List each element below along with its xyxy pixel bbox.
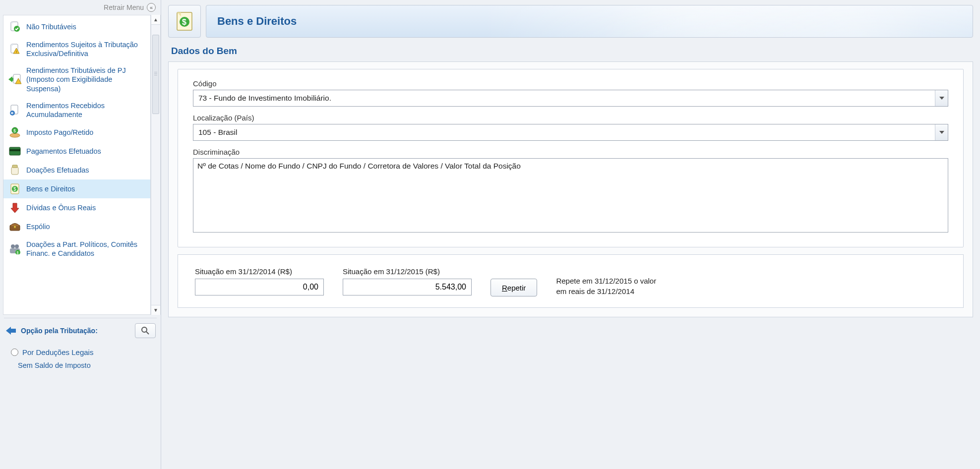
discriminacao-textarea[interactable] [193, 158, 948, 233]
situacao-2014-group: Situação em 31/12/2014 (R$) [195, 267, 324, 295]
sidebar-item-rend-trib-exclusiva[interactable]: ! Rendimentos Sujeitos à Tributação Excl… [3, 36, 150, 62]
search-button[interactable] [135, 323, 156, 338]
sidebar-item-rend-acumulados[interactable]: Rendimentos Recebidos Acumuladamente [3, 97, 150, 123]
repete-text-line2: em reais de 31/12/2014 [556, 287, 634, 295]
chevron-left-double-icon: « [147, 3, 156, 12]
codigo-combobox[interactable]: 73 - Fundo de Investimento Imobiliário. [193, 90, 948, 107]
sidebar: Retrair Menu « Não Tributáveis ! Rendime… [0, 0, 161, 469]
sidebar-item-dividas[interactable]: Dívidas e Ônus Reais [3, 198, 150, 217]
scroll-up-button[interactable]: ▲ [151, 15, 160, 25]
sidebar-item-imposto-pago[interactable]: $ Imposto Pago/Retido [3, 123, 150, 142]
scroll-thumb[interactable] [152, 35, 159, 114]
repetir-rest: epetir [507, 284, 526, 292]
sidebar-item-doacoes[interactable]: Doações Efetuadas [3, 161, 150, 179]
arrow-down-red-icon [8, 202, 21, 213]
collapse-menu-label: Retrair Menu [104, 3, 144, 11]
svg-text:$: $ [17, 251, 19, 254]
sidebar-item-label: Doações Efetuadas [26, 166, 145, 175]
svg-marker-20 [11, 203, 19, 213]
opcao-tributacao-row: Opção pela Tributação: [4, 318, 157, 343]
svg-rect-15 [11, 167, 18, 175]
discriminacao-label: Discriminação [193, 148, 948, 156]
repetir-underline: R [502, 284, 507, 292]
people-money-icon: $ [8, 243, 21, 254]
sidebar-item-pagamentos[interactable]: Pagamentos Efetuados [3, 142, 150, 161]
sidebar-scroll-area: Não Tributáveis ! Rendimentos Sujeitos à… [0, 14, 161, 315]
sidebar-item-rend-trib-pj[interactable]: Rendimentos Tributáveis de PJ (Imposto c… [3, 62, 150, 97]
header-icon-chip: $ [168, 5, 201, 38]
scroll-track[interactable] [151, 25, 160, 305]
sidebar-item-espolio[interactable]: Espólio [3, 217, 150, 236]
repete-text-line1: Repete em 31/12/2015 o valor [556, 277, 656, 285]
radio-deducoes-legais[interactable]: Por Deduções Legais [4, 343, 157, 358]
localizacao-label: Localização (País) [193, 114, 948, 122]
money-document-icon: $ [176, 11, 193, 31]
situacao-2014-label: Situação em 31/12/2014 (R$) [195, 267, 324, 276]
document-warning-icon: ! [8, 44, 21, 55]
sidebar-item-nao-tributaveis[interactable]: Não Tributáveis [3, 17, 150, 36]
svg-marker-28 [6, 327, 16, 335]
jar-icon [8, 165, 21, 176]
svg-text:$: $ [13, 128, 16, 133]
codigo-value: 73 - Fundo de Investimento Imobiliário. [193, 90, 935, 106]
sidebar-item-label: Imposto Pago/Retido [26, 128, 145, 137]
collapse-menu-button[interactable]: Retrair Menu « [0, 0, 161, 14]
radio-input[interactable] [11, 349, 18, 356]
sidebar-item-label: Não Tributáveis [26, 22, 145, 31]
discriminacao-group: Discriminação [193, 148, 948, 234]
sidebar-item-label: Pagamentos Efetuados [26, 147, 145, 156]
sidebar-item-label: Rendimentos Recebidos Acumuladamente [26, 101, 145, 119]
situacao-2014-input[interactable] [195, 279, 324, 295]
situacao-2015-input[interactable] [343, 279, 472, 295]
svg-line-30 [146, 332, 149, 334]
svg-rect-14 [9, 149, 20, 151]
codigo-dropdown-button[interactable] [935, 90, 948, 106]
document-check-icon [8, 21, 21, 32]
sem-saldo-label: Sem Saldo de Imposto [4, 358, 157, 371]
situacao-panel: Situação em 31/12/2014 (R$) Situação em … [178, 254, 964, 308]
svg-marker-35 [939, 131, 944, 134]
dados-do-bem-panel: Código 73 - Fundo de Investimento Imobil… [168, 61, 973, 317]
search-icon [141, 326, 150, 335]
page-title: Bens e Direitos [217, 15, 297, 28]
sidebar-item-bens-direitos[interactable]: $ Bens e Direitos [3, 179, 150, 198]
svg-point-24 [15, 244, 19, 248]
credit-card-icon [8, 146, 21, 157]
svg-text:$: $ [13, 186, 16, 192]
svg-rect-22 [14, 226, 16, 228]
arrow-blue-left-icon [6, 326, 17, 336]
localizacao-dropdown-button[interactable] [935, 124, 948, 140]
sidebar-item-label: Rendimentos Sujeitos à Tributação Exclus… [26, 40, 145, 58]
sidebar-item-label: Doações a Part. Políticos, Comitês Finan… [26, 240, 145, 258]
main-content: $ Bens e Direitos Dados do Bem Código 73… [161, 0, 980, 469]
scroll-down-button[interactable]: ▼ [151, 305, 160, 315]
sidebar-item-doacoes-politicas[interactable]: $ Doações a Part. Políticos, Comitês Fin… [3, 236, 150, 262]
sidebar-scrollbar[interactable]: ▲ ▼ [151, 15, 161, 315]
radio-label: Por Deduções Legais [22, 348, 93, 356]
chevron-down-icon [939, 97, 944, 100]
hand-coin-icon: $ [8, 127, 21, 138]
sidebar-item-label: Rendimentos Tributáveis de PJ (Imposto c… [26, 66, 145, 93]
form-fields-panel: Código 73 - Fundo de Investimento Imobil… [178, 69, 964, 247]
svg-rect-16 [12, 165, 17, 168]
section-title: Dados do Bem [168, 46, 973, 57]
svg-text:$: $ [182, 18, 186, 26]
document-warning-arrow-icon [8, 74, 21, 85]
opcao-tributacao-label: Opção pela Tributação: [21, 327, 131, 335]
sidebar-bottom: Opção pela Tributação: Por Deduções Lega… [0, 315, 161, 376]
sidebar-item-label: Bens e Direitos [26, 184, 145, 193]
localizacao-value: 105 - Brasil [193, 124, 935, 140]
repete-help-text: Repete em 31/12/2015 o valor em reais de… [556, 276, 656, 296]
chevron-down-icon [939, 131, 944, 134]
header-title-bar: Bens e Direitos [206, 5, 973, 38]
localizacao-combobox[interactable]: 105 - Brasil [193, 124, 948, 141]
svg-point-29 [142, 327, 147, 332]
codigo-label: Código [193, 79, 948, 88]
repetir-button[interactable]: Repetir [490, 279, 537, 296]
money-document-icon: $ [8, 183, 21, 194]
situacao-2015-label: Situação em 31/12/2015 (R$) [343, 267, 472, 276]
localizacao-group: Localização (País) 105 - Brasil [193, 114, 948, 141]
sidebar-list: Não Tributáveis ! Rendimentos Sujeitos à… [3, 15, 151, 315]
svg-point-23 [11, 244, 15, 248]
sidebar-item-label: Dívidas e Ônus Reais [26, 203, 145, 212]
